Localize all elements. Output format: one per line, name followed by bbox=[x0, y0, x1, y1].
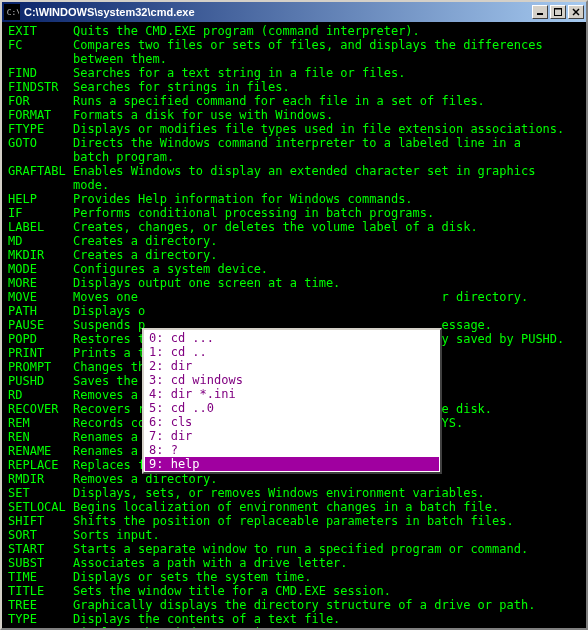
history-item[interactable]: 4: dir *.ini bbox=[145, 387, 439, 401]
help-row: TREE Graphically displays the directory … bbox=[8, 598, 580, 612]
help-row: mode. bbox=[8, 178, 580, 192]
help-row: GOTO Directs the Windows command interpr… bbox=[8, 136, 580, 150]
help-row: SETLOCAL Begins localization of environm… bbox=[8, 500, 580, 514]
help-row: FTYPE Displays or modifies file types us… bbox=[8, 122, 580, 136]
titlebar-buttons bbox=[532, 5, 584, 19]
terminal-area[interactable]: EXIT Quits the CMD.EXE program (command … bbox=[2, 22, 586, 628]
minimize-button[interactable] bbox=[532, 5, 548, 19]
history-item[interactable]: 5: cd ..0 bbox=[145, 401, 439, 415]
history-item[interactable]: 9: help bbox=[145, 457, 439, 471]
help-row: HELP Provides Help information for Windo… bbox=[8, 192, 580, 206]
help-row: FC Compares two files or sets of files, … bbox=[8, 38, 580, 52]
svg-rect-3 bbox=[555, 9, 562, 16]
help-row: SORT Sorts input. bbox=[8, 528, 580, 542]
history-item[interactable]: 6: cls bbox=[145, 415, 439, 429]
history-item[interactable]: 7: dir bbox=[145, 429, 439, 443]
history-item[interactable]: 1: cd .. bbox=[145, 345, 439, 359]
help-row: SHIFT Shifts the position of replaceable… bbox=[8, 514, 580, 528]
help-row: TYPE Displays the contents of a text fil… bbox=[8, 612, 580, 626]
help-row: between them. bbox=[8, 52, 580, 66]
help-row: RMDIR Removes a directory. bbox=[8, 472, 580, 486]
history-item[interactable]: 8: ? bbox=[145, 443, 439, 457]
help-row: VER Displays the Windows version. bbox=[8, 626, 580, 628]
help-row: batch program. bbox=[8, 150, 580, 164]
help-row: MKDIR Creates a directory. bbox=[8, 248, 580, 262]
help-row: EXIT Quits the CMD.EXE program (command … bbox=[8, 24, 580, 38]
history-popup[interactable]: 0: cd ...1: cd ..2: dir3: cd windows4: d… bbox=[142, 328, 442, 474]
help-row: FORMAT Formats a disk for use with Windo… bbox=[8, 108, 580, 122]
help-row: MOVE Moves one r directory. bbox=[8, 290, 580, 304]
help-row: IF Performs conditional processing in ba… bbox=[8, 206, 580, 220]
help-row: START Starts a separate window to run a … bbox=[8, 542, 580, 556]
svg-text:C:\: C:\ bbox=[7, 8, 19, 17]
close-button[interactable] bbox=[568, 5, 584, 19]
help-row: FINDSTR Searches for strings in files. bbox=[8, 80, 580, 94]
help-row: MD Creates a directory. bbox=[8, 234, 580, 248]
titlebar-text: C:\WINDOWS\system32\cmd.exe bbox=[24, 6, 532, 18]
help-row: FIND Searches for a text string in a fil… bbox=[8, 66, 580, 80]
help-row: SUBST Associates a path with a drive let… bbox=[8, 556, 580, 570]
help-row: SET Displays, sets, or removes Windows e… bbox=[8, 486, 580, 500]
titlebar[interactable]: C:\ C:\WINDOWS\system32\cmd.exe bbox=[2, 2, 586, 22]
history-item[interactable]: 2: dir bbox=[145, 359, 439, 373]
help-row: LABEL Creates, changes, or deletes the v… bbox=[8, 220, 580, 234]
cmd-window: C:\ C:\WINDOWS\system32\cmd.exe EXIT Qui… bbox=[0, 0, 588, 630]
help-row: GRAFTABL Enables Windows to display an e… bbox=[8, 164, 580, 178]
help-row: TITLE Sets the window title for a CMD.EX… bbox=[8, 584, 580, 598]
help-row: FOR Runs a specified command for each fi… bbox=[8, 94, 580, 108]
history-item[interactable]: 3: cd windows bbox=[145, 373, 439, 387]
help-row: MORE Displays output one screen at a tim… bbox=[8, 276, 580, 290]
help-output: EXIT Quits the CMD.EXE program (command … bbox=[8, 24, 580, 628]
help-row: PATH Displays o bbox=[8, 304, 580, 318]
history-item[interactable]: 0: cd ... bbox=[145, 331, 439, 345]
help-row: TIME Displays or sets the system time. bbox=[8, 570, 580, 584]
cmd-icon: C:\ bbox=[4, 4, 20, 20]
help-row: MODE Configures a system device. bbox=[8, 262, 580, 276]
maximize-button[interactable] bbox=[550, 5, 566, 19]
